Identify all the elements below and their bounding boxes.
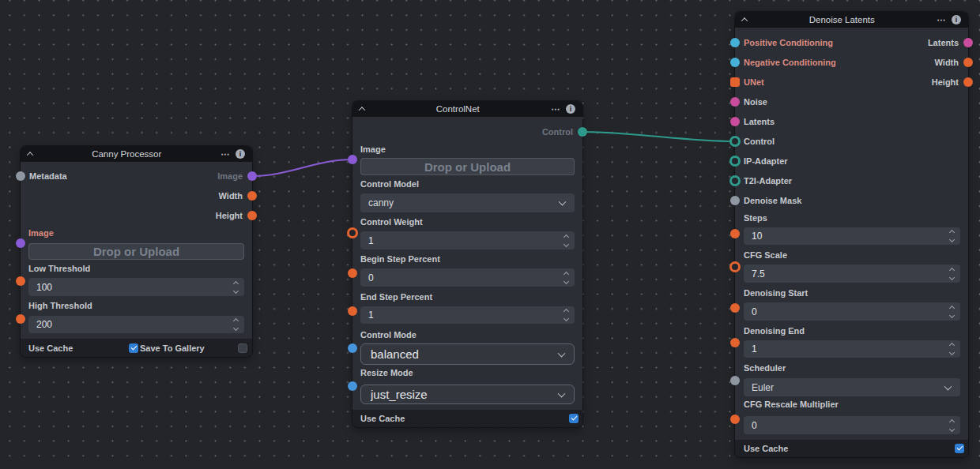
handle-output-height[interactable]: [963, 77, 973, 87]
chevron-down-icon: [558, 349, 566, 357]
control-weight-value: 1: [368, 235, 374, 246]
handle-input-image[interactable]: [16, 238, 25, 248]
field-label-control-model: Control Model: [360, 178, 419, 189]
high-threshold-input[interactable]: 200: [28, 316, 244, 333]
handle-output-width[interactable]: [247, 191, 257, 201]
handle-input-low-threshold[interactable]: [16, 276, 25, 286]
stepper-arrows[interactable]: [944, 341, 960, 357]
field-label-control-mode: Control Mode: [360, 329, 416, 340]
image-dropzone[interactable]: Drop or Upload: [28, 243, 244, 260]
handle-input-ip-adapter[interactable]: [729, 156, 741, 167]
scheduler-select[interactable]: Euler: [744, 378, 960, 396]
node-header[interactable]: Canny Processor ⋯ i: [21, 146, 252, 162]
stepper-arrows[interactable]: [944, 265, 960, 282]
handle-input-denoising-start[interactable]: [730, 303, 740, 313]
handle-input-negative-conditioning[interactable]: [730, 58, 740, 67]
handle-input-control-weight[interactable]: [347, 227, 358, 238]
control-weight-input[interactable]: 1: [360, 231, 575, 250]
menu-icon[interactable]: ⋯: [552, 105, 561, 114]
input-label-negative-conditioning: Negative Conditioning: [744, 57, 836, 68]
chevron-down-icon: [559, 198, 567, 206]
image-dropzone[interactable]: Drop or Upload: [360, 158, 575, 175]
handle-input-control-mode[interactable]: [348, 343, 357, 353]
steps-input[interactable]: 10: [744, 227, 960, 245]
handle-input-scheduler[interactable]: [730, 376, 740, 385]
control-model-select[interactable]: canny: [360, 193, 575, 212]
menu-icon[interactable]: ⋯: [221, 150, 231, 159]
node-header[interactable]: Denoise Latents ⋯ i: [735, 12, 968, 28]
control-mode-select[interactable]: balanced: [360, 343, 575, 365]
handle-input-latents[interactable]: [730, 117, 740, 126]
save-to-gallery-label: Save To Gallery: [140, 343, 205, 354]
denoising-end-input[interactable]: 1: [744, 340, 960, 358]
handle-input-noise[interactable]: [730, 97, 740, 107]
chevron-down-icon: [944, 382, 952, 390]
begin-step-percent-input[interactable]: 0: [360, 268, 575, 287]
wire-canny-image-to-controlnet-image[interactable]: [252, 159, 352, 176]
stepper-arrows[interactable]: [944, 228, 960, 244]
low-threshold-value: 100: [36, 282, 52, 293]
stepper-arrows[interactable]: [944, 303, 960, 320]
field-label-image: Image: [360, 144, 386, 155]
handle-output-latents[interactable]: [963, 38, 973, 47]
use-cache-checkbox[interactable]: [955, 444, 964, 453]
collapse-icon[interactable]: [359, 107, 365, 113]
handle-input-high-threshold[interactable]: [16, 314, 25, 324]
handle-input-denoise-mask[interactable]: [730, 196, 740, 205]
stepper-arrows[interactable]: [558, 232, 575, 249]
field-label-steps: Steps: [744, 212, 767, 223]
handle-output-control[interactable]: [578, 127, 587, 137]
handle-input-positive-conditioning[interactable]: [730, 38, 740, 47]
node-title: ControlNet: [370, 104, 546, 114]
handle-output-width[interactable]: [963, 58, 973, 67]
info-icon[interactable]: i: [236, 149, 245, 159]
input-label-denoise-mask: Denoise Mask: [744, 195, 801, 206]
handle-output-image[interactable]: [247, 171, 257, 181]
end-step-percent-input[interactable]: 1: [360, 306, 575, 324]
handle-input-cfg-scale[interactable]: [729, 261, 741, 272]
menu-icon[interactable]: ⋯: [937, 16, 947, 24]
handle-input-begin-step-percent[interactable]: [348, 268, 357, 278]
node-footer: Use Cache: [352, 410, 582, 427]
stepper-arrows[interactable]: [558, 307, 575, 323]
handle-input-steps[interactable]: [730, 229, 740, 238]
low-threshold-input[interactable]: 100: [28, 278, 244, 296]
collapse-icon[interactable]: [741, 17, 748, 24]
cfg-rescale-multiplier-input[interactable]: 0: [744, 416, 960, 434]
use-cache-checkbox[interactable]: [129, 343, 138, 353]
handle-input-denoising-end[interactable]: [730, 338, 740, 347]
input-label-noise: Noise: [744, 96, 767, 107]
denoising-start-input[interactable]: 0: [744, 302, 960, 321]
stepper-arrows[interactable]: [944, 417, 960, 433]
handle-input-cfg-rescale-multiplier[interactable]: [730, 415, 740, 424]
use-cache-label: Use Cache: [28, 343, 73, 354]
handle-input-image[interactable]: [348, 155, 357, 164]
use-cache-checkbox[interactable]: [569, 414, 579, 423]
stepper-arrows[interactable]: [228, 317, 244, 332]
handle-input-metadata[interactable]: [16, 171, 25, 181]
input-label-positive-conditioning: Positive Conditioning: [744, 37, 833, 48]
collapse-icon[interactable]: [27, 152, 33, 158]
field-label-denoising-end: Denoising End: [744, 325, 805, 336]
stepper-arrows[interactable]: [228, 279, 244, 295]
resize-mode-value: just_resize: [371, 388, 428, 401]
cfg-scale-input[interactable]: 7.5: [744, 265, 960, 283]
handle-input-unet[interactable]: [730, 77, 740, 87]
field-label-denoising-start: Denoising Start: [744, 287, 808, 298]
save-to-gallery-checkbox[interactable]: [238, 343, 247, 353]
wire-controlnet-control-to-denoise-control[interactable]: [582, 132, 735, 141]
field-label-scheduler: Scheduler: [744, 362, 786, 373]
handle-input-t2i-adapter[interactable]: [729, 175, 741, 186]
resize-mode-select[interactable]: just_resize: [360, 385, 575, 404]
handle-input-control[interactable]: [729, 136, 741, 147]
stepper-arrows[interactable]: [558, 269, 575, 286]
handle-output-height[interactable]: [247, 211, 257, 220]
node-title: Denoise Latents: [752, 15, 932, 24]
field-label-high-threshold: High Threshold: [28, 300, 92, 311]
info-icon[interactable]: i: [952, 15, 961, 24]
handle-input-resize-mode[interactable]: [348, 381, 357, 391]
output-label-width: Width: [219, 190, 243, 201]
node-header[interactable]: ControlNet ⋯ i: [352, 101, 582, 117]
info-icon[interactable]: i: [566, 104, 575, 114]
handle-input-end-step-percent[interactable]: [348, 306, 357, 316]
